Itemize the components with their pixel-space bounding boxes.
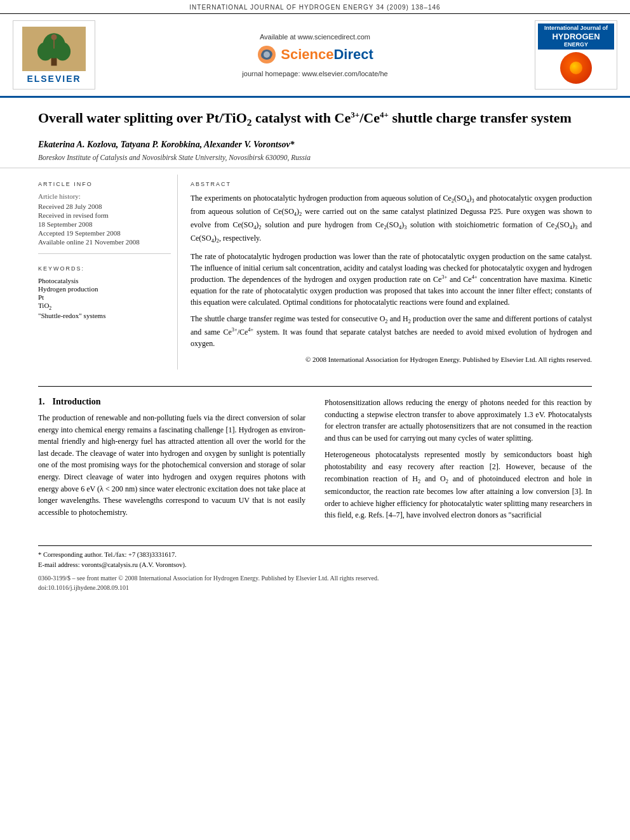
title-section: Overall water splitting over Pt/TiO2 cat… (0, 98, 630, 168)
header-center: Available at www.sciencedirect.com Scien… (95, 20, 535, 90)
journal-circle-inner (570, 62, 582, 74)
keyword-3: Pt (38, 293, 171, 301)
journal-name-header: International Journal of HYDROGEN ENERGY (538, 23, 614, 50)
keyword-2: Hydrogen production (38, 285, 171, 293)
body-right-col: Photosensitization allows reducing the e… (325, 397, 592, 526)
keywords-label: Keywords: (38, 265, 171, 272)
history-label: Article history: (38, 192, 171, 200)
article-info-abstract-section: Article Info Article history: Received 2… (0, 168, 630, 377)
article-history: Article history: Received 28 July 2008 R… (38, 192, 171, 246)
section-divider (38, 386, 592, 387)
journal-logo-body (538, 50, 614, 86)
abstract-para-2: The rate of photocatalytic hydrogen prod… (191, 251, 592, 308)
elsevier-label: ELSEVIER (27, 74, 81, 84)
affiliation: Boreskov Institute of Catalysis and Novo… (38, 154, 592, 161)
intro-number: 1. (38, 397, 45, 407)
abstract-column: Abstract The experiments on photocatalyt… (191, 175, 592, 370)
abstract-para-3: The shuttle charge transfer regime was t… (191, 313, 592, 349)
article-info-column: Article Info Article history: Received 2… (38, 175, 178, 370)
science-text: Science (281, 46, 333, 62)
accepted-date: Accepted 19 September 2008 (38, 229, 171, 237)
abstract-text: The experiments on photocatalytic hydrog… (191, 192, 592, 365)
authors: Ekaterina A. Kozlova, Tatyana P. Korobki… (38, 140, 592, 150)
intro-para-3: Heterogeneous photocatalysts represented… (325, 449, 592, 521)
article-info-label: Article Info (38, 181, 171, 187)
available-at-text: Available at www.sciencedirect.com (260, 33, 370, 41)
elsevier-logo: ELSEVIER (13, 20, 95, 90)
journal-name-line1: International Journal of (539, 25, 613, 32)
intro-para-2: Photosensitization allows reducing the e… (325, 397, 592, 444)
elsevier-tree-image (22, 27, 86, 71)
footnote-email: E-mail address: voronts@catalysis.ru (A.… (38, 560, 592, 570)
footnote-corresponding: * Corresponding author. Tel./fax: +7 (38… (38, 550, 592, 560)
journal-name-line3: ENERGY (539, 41, 613, 48)
sciencedirect-logo: ScienceDirect (257, 44, 373, 65)
journal-name-line2: HYDROGEN (539, 32, 613, 42)
intro-para-1: The production of renewable and non-poll… (38, 412, 305, 518)
copyright-issn: 0360-3199/$ – see front matter © 2008 In… (38, 573, 592, 583)
intro-title: Introduction (53, 397, 101, 407)
body-content: 1. Introduction The production of renewa… (0, 397, 630, 526)
introduction-heading: 1. Introduction (38, 397, 305, 407)
svg-point-5 (51, 34, 57, 40)
footnote-divider: * Corresponding author. Tel./fax: +7 (38… (38, 545, 592, 570)
available-online-date: Available online 21 November 2008 (38, 238, 171, 246)
journal-header: ELSEVIER Available at www.sciencedirect.… (0, 14, 630, 98)
sd-text: ScienceDirect (281, 46, 373, 63)
footnote-area: * Corresponding author. Tel./fax: +7 (38… (0, 545, 630, 599)
revised-date: 18 September 2008 (38, 220, 171, 228)
journal-citation: INTERNATIONAL JOURNAL OF HYDROGEN ENERGY… (189, 4, 440, 11)
keywords-section: Keywords: Photocatalysis Hydrogen produc… (38, 253, 171, 319)
copyright-bar: 0360-3199/$ – see front matter © 2008 In… (0, 570, 630, 599)
direct-text: Direct (333, 46, 373, 62)
paper-title: Overall water splitting over Pt/TiO2 cat… (38, 109, 592, 129)
abstract-label: Abstract (191, 181, 592, 187)
svg-point-7 (264, 51, 270, 58)
body-left-col: 1. Introduction The production of renewa… (38, 397, 305, 526)
abstract-copyright: © 2008 International Association for Hyd… (191, 354, 592, 365)
keyword-5: "Shuttle-redox" systems (38, 312, 171, 319)
keyword-4: TiO2 (38, 302, 171, 311)
sd-icon (257, 44, 277, 65)
journal-homepage-text: journal homepage: www.elsevier.com/locat… (242, 70, 387, 77)
svg-point-3 (37, 43, 53, 61)
svg-point-4 (55, 43, 70, 61)
revised-label: Received in revised form (38, 211, 171, 219)
journal-circle-icon (560, 52, 592, 84)
journal-header-bar: INTERNATIONAL JOURNAL OF HYDROGEN ENERGY… (0, 0, 630, 14)
abstract-para-1: The experiments on photocatalytic hydrog… (191, 192, 592, 246)
keyword-1: Photocatalysis (38, 277, 171, 284)
doi: doi:10.1016/j.ijhydene.2008.09.101 (38, 583, 592, 592)
received-date: Received 28 July 2008 (38, 203, 171, 210)
journal-logo: International Journal of HYDROGEN ENERGY (535, 20, 617, 90)
